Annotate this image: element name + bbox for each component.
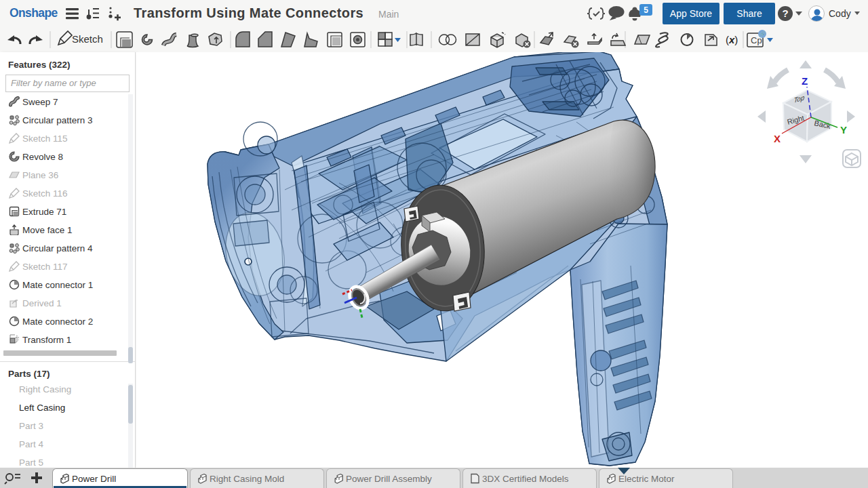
svg-text:X: X	[774, 133, 781, 144]
svg-text:Z: Z	[802, 75, 808, 87]
svg-text:Y: Y	[840, 124, 847, 136]
svg-text:Sketch: Sketch	[72, 33, 103, 45]
svg-text:(x): (x)	[726, 34, 738, 45]
svg-text:🔗: 🔗	[759, 30, 766, 37]
svg-text:5: 5	[644, 5, 648, 15]
